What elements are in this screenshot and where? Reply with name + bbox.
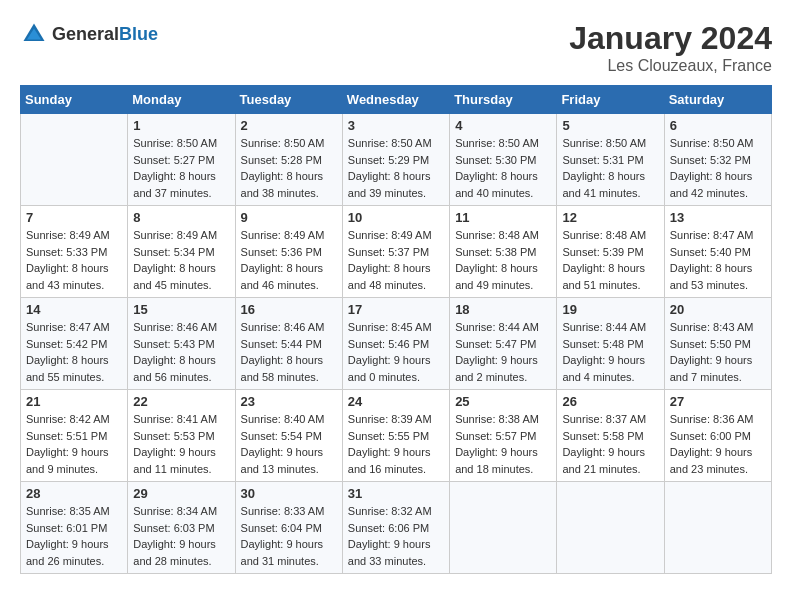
- sunset-text: Sunset: 5:53 PM: [133, 428, 229, 445]
- daylight-text: Daylight: 9 hours and 4 minutes.: [562, 352, 658, 385]
- day-number: 2: [241, 118, 337, 133]
- sunset-text: Sunset: 5:29 PM: [348, 152, 444, 169]
- daylight-text: Daylight: 9 hours and 21 minutes.: [562, 444, 658, 477]
- calendar-cell: 30Sunrise: 8:33 AMSunset: 6:04 PMDayligh…: [235, 482, 342, 574]
- daylight-text: Daylight: 8 hours and 51 minutes.: [562, 260, 658, 293]
- calendar-cell: 2Sunrise: 8:50 AMSunset: 5:28 PMDaylight…: [235, 114, 342, 206]
- sunset-text: Sunset: 5:57 PM: [455, 428, 551, 445]
- calendar-cell: 9Sunrise: 8:49 AMSunset: 5:36 PMDaylight…: [235, 206, 342, 298]
- day-number: 6: [670, 118, 766, 133]
- calendar-week-4: 21Sunrise: 8:42 AMSunset: 5:51 PMDayligh…: [21, 390, 772, 482]
- day-number: 24: [348, 394, 444, 409]
- sunrise-text: Sunrise: 8:44 AM: [562, 319, 658, 336]
- sunrise-text: Sunrise: 8:42 AM: [26, 411, 122, 428]
- sunset-text: Sunset: 5:44 PM: [241, 336, 337, 353]
- sunset-text: Sunset: 5:39 PM: [562, 244, 658, 261]
- daylight-text: Daylight: 8 hours and 39 minutes.: [348, 168, 444, 201]
- sunset-text: Sunset: 5:43 PM: [133, 336, 229, 353]
- sunset-text: Sunset: 5:33 PM: [26, 244, 122, 261]
- day-number: 10: [348, 210, 444, 225]
- sunset-text: Sunset: 5:58 PM: [562, 428, 658, 445]
- sunrise-text: Sunrise: 8:47 AM: [670, 227, 766, 244]
- calendar-cell: 10Sunrise: 8:49 AMSunset: 5:37 PMDayligh…: [342, 206, 449, 298]
- day-number: 18: [455, 302, 551, 317]
- logo-blue: Blue: [119, 24, 158, 44]
- sunrise-text: Sunrise: 8:49 AM: [348, 227, 444, 244]
- calendar-cell: 24Sunrise: 8:39 AMSunset: 5:55 PMDayligh…: [342, 390, 449, 482]
- day-number: 30: [241, 486, 337, 501]
- sunrise-text: Sunrise: 8:34 AM: [133, 503, 229, 520]
- daylight-text: Daylight: 9 hours and 23 minutes.: [670, 444, 766, 477]
- sunrise-text: Sunrise: 8:43 AM: [670, 319, 766, 336]
- sunset-text: Sunset: 5:46 PM: [348, 336, 444, 353]
- day-number: 28: [26, 486, 122, 501]
- day-info: Sunrise: 8:42 AMSunset: 5:51 PMDaylight:…: [26, 411, 122, 477]
- day-info: Sunrise: 8:41 AMSunset: 5:53 PMDaylight:…: [133, 411, 229, 477]
- calendar-cell: 26Sunrise: 8:37 AMSunset: 5:58 PMDayligh…: [557, 390, 664, 482]
- calendar-week-1: 1Sunrise: 8:50 AMSunset: 5:27 PMDaylight…: [21, 114, 772, 206]
- daylight-text: Daylight: 9 hours and 28 minutes.: [133, 536, 229, 569]
- day-info: Sunrise: 8:34 AMSunset: 6:03 PMDaylight:…: [133, 503, 229, 569]
- daylight-text: Daylight: 8 hours and 41 minutes.: [562, 168, 658, 201]
- calendar-cell: [450, 482, 557, 574]
- header-tuesday: Tuesday: [235, 86, 342, 114]
- daylight-text: Daylight: 9 hours and 33 minutes.: [348, 536, 444, 569]
- sunset-text: Sunset: 5:51 PM: [26, 428, 122, 445]
- daylight-text: Daylight: 9 hours and 9 minutes.: [26, 444, 122, 477]
- daylight-text: Daylight: 8 hours and 58 minutes.: [241, 352, 337, 385]
- day-info: Sunrise: 8:45 AMSunset: 5:46 PMDaylight:…: [348, 319, 444, 385]
- day-number: 25: [455, 394, 551, 409]
- sunrise-text: Sunrise: 8:47 AM: [26, 319, 122, 336]
- sunrise-text: Sunrise: 8:50 AM: [133, 135, 229, 152]
- calendar-cell: 18Sunrise: 8:44 AMSunset: 5:47 PMDayligh…: [450, 298, 557, 390]
- sunrise-text: Sunrise: 8:46 AM: [241, 319, 337, 336]
- day-number: 3: [348, 118, 444, 133]
- day-number: 22: [133, 394, 229, 409]
- day-number: 20: [670, 302, 766, 317]
- day-info: Sunrise: 8:46 AMSunset: 5:43 PMDaylight:…: [133, 319, 229, 385]
- day-number: 9: [241, 210, 337, 225]
- daylight-text: Daylight: 9 hours and 13 minutes.: [241, 444, 337, 477]
- sunset-text: Sunset: 5:28 PM: [241, 152, 337, 169]
- calendar-cell: 5Sunrise: 8:50 AMSunset: 5:31 PMDaylight…: [557, 114, 664, 206]
- calendar-week-5: 28Sunrise: 8:35 AMSunset: 6:01 PMDayligh…: [21, 482, 772, 574]
- sunset-text: Sunset: 5:48 PM: [562, 336, 658, 353]
- calendar-cell: 4Sunrise: 8:50 AMSunset: 5:30 PMDaylight…: [450, 114, 557, 206]
- day-info: Sunrise: 8:49 AMSunset: 5:36 PMDaylight:…: [241, 227, 337, 293]
- daylight-text: Daylight: 8 hours and 55 minutes.: [26, 352, 122, 385]
- day-number: 19: [562, 302, 658, 317]
- calendar-body: 1Sunrise: 8:50 AMSunset: 5:27 PMDaylight…: [21, 114, 772, 574]
- sunrise-text: Sunrise: 8:50 AM: [348, 135, 444, 152]
- daylight-text: Daylight: 8 hours and 40 minutes.: [455, 168, 551, 201]
- sunrise-text: Sunrise: 8:45 AM: [348, 319, 444, 336]
- calendar-cell: 29Sunrise: 8:34 AMSunset: 6:03 PMDayligh…: [128, 482, 235, 574]
- header-thursday: Thursday: [450, 86, 557, 114]
- sunset-text: Sunset: 6:04 PM: [241, 520, 337, 537]
- day-number: 11: [455, 210, 551, 225]
- calendar-cell: [664, 482, 771, 574]
- sunrise-text: Sunrise: 8:32 AM: [348, 503, 444, 520]
- calendar-cell: 23Sunrise: 8:40 AMSunset: 5:54 PMDayligh…: [235, 390, 342, 482]
- day-info: Sunrise: 8:50 AMSunset: 5:29 PMDaylight:…: [348, 135, 444, 201]
- sunrise-text: Sunrise: 8:40 AM: [241, 411, 337, 428]
- sunset-text: Sunset: 5:40 PM: [670, 244, 766, 261]
- calendar-header: Sunday Monday Tuesday Wednesday Thursday…: [21, 86, 772, 114]
- day-info: Sunrise: 8:49 AMSunset: 5:37 PMDaylight:…: [348, 227, 444, 293]
- calendar-cell: 7Sunrise: 8:49 AMSunset: 5:33 PMDaylight…: [21, 206, 128, 298]
- daylight-text: Daylight: 8 hours and 46 minutes.: [241, 260, 337, 293]
- sunrise-text: Sunrise: 8:37 AM: [562, 411, 658, 428]
- sunrise-text: Sunrise: 8:39 AM: [348, 411, 444, 428]
- calendar-cell: 20Sunrise: 8:43 AMSunset: 5:50 PMDayligh…: [664, 298, 771, 390]
- sunrise-text: Sunrise: 8:50 AM: [241, 135, 337, 152]
- title-block: January 2024 Les Clouzeaux, France: [569, 20, 772, 75]
- daylight-text: Daylight: 8 hours and 38 minutes.: [241, 168, 337, 201]
- day-info: Sunrise: 8:49 AMSunset: 5:33 PMDaylight:…: [26, 227, 122, 293]
- calendar-cell: 12Sunrise: 8:48 AMSunset: 5:39 PMDayligh…: [557, 206, 664, 298]
- day-info: Sunrise: 8:43 AMSunset: 5:50 PMDaylight:…: [670, 319, 766, 385]
- header-friday: Friday: [557, 86, 664, 114]
- day-info: Sunrise: 8:44 AMSunset: 5:47 PMDaylight:…: [455, 319, 551, 385]
- daylight-text: Daylight: 9 hours and 2 minutes.: [455, 352, 551, 385]
- day-number: 23: [241, 394, 337, 409]
- sunset-text: Sunset: 5:30 PM: [455, 152, 551, 169]
- calendar-cell: 15Sunrise: 8:46 AMSunset: 5:43 PMDayligh…: [128, 298, 235, 390]
